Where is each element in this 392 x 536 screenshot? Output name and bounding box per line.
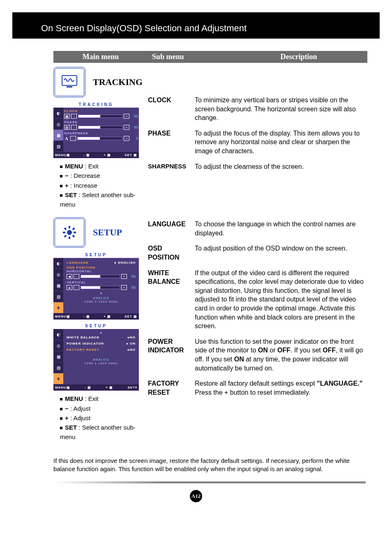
osd-side-icon: ▦: [53, 351, 63, 362]
sharpness-label: SHARPNESS: [64, 131, 138, 135]
white-balance-sub: WHITE BALANCE: [148, 269, 191, 331]
phase-desc: To adjust the focus of the display. This…: [195, 129, 367, 156]
tracking-osd-titlebar: TRACKING: [53, 101, 139, 108]
power-indicator-sub: POWER INDICATOR: [148, 337, 191, 373]
svg-rect-3: [69, 226, 70, 228]
tracking-title: TRACKING: [93, 77, 143, 87]
analog-label: ANALOG: [93, 296, 109, 300]
phase-slider: ▧ - + 50: [64, 125, 138, 130]
vertical-label: VERTICAL: [64, 281, 138, 284]
clock-desc: To minimize any vertical bars or stripes…: [195, 96, 367, 122]
tracking-legend: MENU : Exit − : Decrease + : Increase SE…: [60, 161, 148, 209]
tracking-icon: [53, 67, 85, 97]
setup-osd-panel-2: SETUP ◐ ◎ ▦ ▨ ✱ ▲ WHITE BALANCE ▸NO: [53, 323, 139, 391]
svg-rect-4: [69, 237, 70, 239]
mode-label: 1280 X 1024 60Hz: [84, 300, 118, 304]
th-main-menu: Main menu: [53, 53, 148, 61]
horizontal-value: 50: [128, 274, 136, 278]
setup-title: SETUP: [93, 227, 122, 238]
horizontal-label: HORIZONTAL: [64, 269, 138, 273]
setup1-osd-footer: MENU▣- ▣+ ▣SET ▣: [53, 313, 139, 320]
power-indicator-value: ▸ ON: [127, 342, 136, 345]
svg-rect-5: [63, 232, 65, 233]
svg-point-2: [67, 230, 72, 235]
setup-icon: [53, 217, 85, 248]
osd-side-icon: ◎: [53, 269, 63, 280]
svg-rect-10: [64, 235, 67, 238]
clock-value: 50: [131, 114, 138, 118]
svg-rect-6: [74, 232, 76, 233]
osd-side-gear-icon: ✱: [53, 302, 63, 313]
table-header: Main menu Sub menu Description: [53, 51, 367, 63]
th-sub-menu: Sub menu: [148, 53, 230, 61]
setup-osd-panel-1: SETUP ◐ ◎ ▦ ▨ ✱ LANGUAGE ▸ ENGLISH: [53, 252, 139, 320]
footer-menu: MENU: [55, 153, 67, 157]
setup-osd-titlebar-2: SETUP: [53, 323, 139, 329]
power-indicator-desc: Use this function to set the power indic…: [195, 337, 367, 373]
plus-icon: +: [121, 274, 127, 279]
footer-set: SET: [125, 153, 132, 157]
pattern-icon: ▧: [64, 125, 70, 130]
osd-side-gear-icon: ✱: [53, 373, 63, 384]
svg-rect-0: [62, 76, 77, 85]
osd-side-icon: ◎: [53, 119, 63, 130]
analog-label-2: ANALOG: [93, 358, 109, 361]
sharpness-sub: SHARPNESS: [148, 162, 191, 171]
osd-side-icon: ◐: [53, 258, 63, 269]
clock-label: CLOCK: [64, 109, 138, 113]
osd-side-icon: ▨: [53, 291, 63, 302]
osd-side-icon: ◐: [53, 329, 63, 340]
white-balance-desc: If the output of the video card is diffe…: [195, 269, 367, 331]
factory-reset-label: FACTORY RESET: [67, 348, 99, 352]
osd-side-icon: ◎: [53, 340, 63, 351]
minus-icon: -: [74, 285, 79, 290]
factory-reset-sub: FACTORY RESET: [148, 379, 191, 397]
language-sub: LANGUAGE: [148, 220, 191, 237]
clock-sub: CLOCK: [148, 96, 191, 122]
osd-side-icon: ▦: [53, 280, 63, 291]
language-desc: To choose the language in which the cont…: [195, 220, 367, 237]
language-label: LANGUAGE: [67, 261, 89, 265]
sharpness-desc: To adjust the clearness of the screen.: [195, 162, 367, 171]
white-balance-label: WHITE BALANCE: [67, 336, 99, 339]
svg-rect-8: [72, 235, 75, 238]
clock-slider: ▩ - + 50: [64, 114, 138, 119]
osd-side-icon: ▦: [53, 130, 63, 141]
osd-position-sub: OSD POSITION: [148, 244, 191, 262]
mode-label-2: 1280 x 1024 60Hz: [85, 361, 118, 365]
setup-osd-titlebar: SETUP: [53, 252, 139, 258]
pattern-icon: ▩: [64, 114, 70, 119]
language-value: ▸ ENGLISH: [115, 261, 136, 265]
phase-sub: PHASE: [148, 129, 191, 156]
footer-minus: - ▣: [84, 153, 90, 157]
svg-rect-7: [64, 228, 67, 230]
setup2-osd-footer: MENU▣- ▣+ ▣SET▾: [53, 384, 139, 391]
tracking-osd-panel: TRACKING ◐ ◎ ▦ ▨ CLOCK ▩ - +: [53, 101, 139, 158]
page-number: A12: [190, 490, 202, 502]
minus-icon: -: [74, 274, 79, 279]
divider: [53, 481, 366, 483]
power-indicator-label: POWER INDICATOR: [67, 342, 104, 345]
vertical-slider: ▲ - + 50: [64, 285, 138, 290]
svg-rect-9: [72, 228, 75, 230]
sharpness-slider: A - + 5: [64, 136, 138, 141]
svg-rect-1: [67, 86, 72, 87]
plus-icon: +: [124, 136, 129, 141]
osd-side-icon: ▨: [53, 362, 63, 373]
osd-position-desc: To adjust position of the OSD window on …: [195, 244, 367, 262]
horizontal-slider: ◀ - + 50: [64, 274, 138, 279]
setup-legend: MENU : Exit − : Adjust + : Adjust SET : …: [60, 394, 148, 442]
plus-icon: +: [121, 285, 127, 290]
minus-icon: -: [70, 136, 76, 141]
up-icon: ▲: [67, 285, 72, 290]
footer-plus: + ▣: [104, 153, 111, 157]
plus-icon: +: [124, 114, 129, 119]
footer-note: If this does not improve the screen imag…: [53, 457, 355, 474]
left-icon: ◀: [67, 274, 72, 279]
tracking-osd-footer: MENU▣ - ▣ + ▣ SET ▣: [53, 152, 139, 158]
osd-position-label: OSD POSITION: [64, 266, 138, 269]
page-title: On Screen Display(OSD) Selection and Adj…: [12, 12, 380, 39]
sharpness-glyph: A: [64, 136, 69, 140]
osd-side-icon: ◐: [53, 108, 63, 119]
th-description: Description: [230, 53, 367, 61]
